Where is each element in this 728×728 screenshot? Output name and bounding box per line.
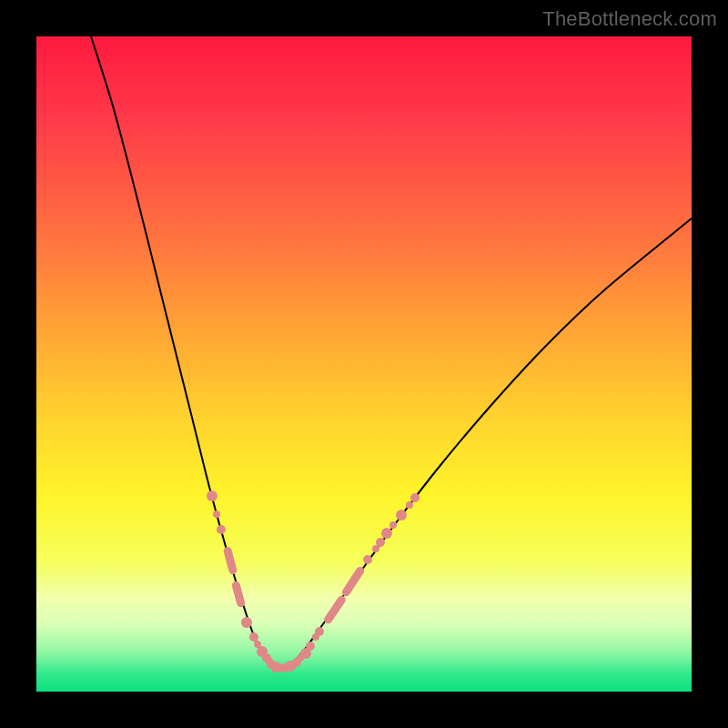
marker-dot [406,501,413,509]
marker-dot [396,510,407,521]
marker-dot [306,642,315,651]
marker-dot [207,490,217,501]
chart-frame: TheBottleneck.com [0,0,728,728]
chart-svg [36,36,692,692]
marker-dot [213,511,220,518]
marker-dot [410,493,420,502]
marker-segment [236,585,240,602]
gradient-background [36,36,692,692]
marker-segment [228,551,233,570]
marker-dot [241,617,252,628]
plot-area [36,36,692,692]
marker-dot [381,528,392,539]
marker-dot [249,632,258,642]
watermark-label: TheBottleneck.com [542,7,717,31]
marker-dot [217,525,226,534]
marker-dot [389,521,397,529]
marker-dot [376,538,385,547]
marker-dot [315,627,324,636]
marker-dot [363,555,372,564]
